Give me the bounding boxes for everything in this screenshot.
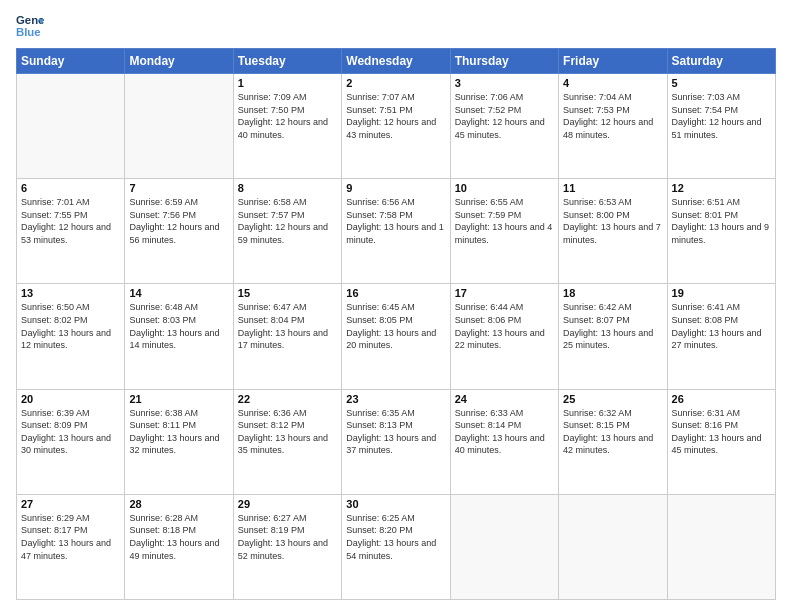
calendar-table: SundayMondayTuesdayWednesdayThursdayFrid… [16,48,776,600]
day-number: 19 [672,287,771,299]
day-number: 12 [672,182,771,194]
day-number: 10 [455,182,554,194]
day-info: Sunrise: 6:38 AM Sunset: 8:11 PM Dayligh… [129,407,228,457]
svg-text:Blue: Blue [16,26,41,38]
calendar-cell: 16Sunrise: 6:45 AM Sunset: 8:05 PM Dayli… [342,284,450,389]
day-info: Sunrise: 7:04 AM Sunset: 7:53 PM Dayligh… [563,91,662,141]
calendar-cell: 19Sunrise: 6:41 AM Sunset: 8:08 PM Dayli… [667,284,775,389]
day-number: 6 [21,182,120,194]
calendar-cell: 27Sunrise: 6:29 AM Sunset: 8:17 PM Dayli… [17,494,125,599]
calendar-cell [559,494,667,599]
day-info: Sunrise: 6:55 AM Sunset: 7:59 PM Dayligh… [455,196,554,246]
day-number: 1 [238,77,337,89]
day-number: 27 [21,498,120,510]
day-number: 22 [238,393,337,405]
day-info: Sunrise: 6:33 AM Sunset: 8:14 PM Dayligh… [455,407,554,457]
logo-icon: General Blue [16,12,44,40]
calendar-cell: 26Sunrise: 6:31 AM Sunset: 8:16 PM Dayli… [667,389,775,494]
day-info: Sunrise: 7:07 AM Sunset: 7:51 PM Dayligh… [346,91,445,141]
day-info: Sunrise: 6:28 AM Sunset: 8:18 PM Dayligh… [129,512,228,562]
calendar-week-row: 6Sunrise: 7:01 AM Sunset: 7:55 PM Daylig… [17,179,776,284]
day-info: Sunrise: 7:09 AM Sunset: 7:50 PM Dayligh… [238,91,337,141]
calendar-cell: 12Sunrise: 6:51 AM Sunset: 8:01 PM Dayli… [667,179,775,284]
calendar-cell: 25Sunrise: 6:32 AM Sunset: 8:15 PM Dayli… [559,389,667,494]
calendar-cell: 17Sunrise: 6:44 AM Sunset: 8:06 PM Dayli… [450,284,558,389]
day-info: Sunrise: 7:01 AM Sunset: 7:55 PM Dayligh… [21,196,120,246]
calendar-cell: 2Sunrise: 7:07 AM Sunset: 7:51 PM Daylig… [342,74,450,179]
day-number: 18 [563,287,662,299]
calendar-cell: 10Sunrise: 6:55 AM Sunset: 7:59 PM Dayli… [450,179,558,284]
calendar-cell: 5Sunrise: 7:03 AM Sunset: 7:54 PM Daylig… [667,74,775,179]
calendar-cell: 9Sunrise: 6:56 AM Sunset: 7:58 PM Daylig… [342,179,450,284]
weekday-header-row: SundayMondayTuesdayWednesdayThursdayFrid… [17,49,776,74]
calendar-cell: 23Sunrise: 6:35 AM Sunset: 8:13 PM Dayli… [342,389,450,494]
header: General Blue [16,12,776,40]
calendar-cell: 11Sunrise: 6:53 AM Sunset: 8:00 PM Dayli… [559,179,667,284]
weekday-header: Tuesday [233,49,341,74]
calendar-cell: 30Sunrise: 6:25 AM Sunset: 8:20 PM Dayli… [342,494,450,599]
day-number: 4 [563,77,662,89]
day-info: Sunrise: 6:53 AM Sunset: 8:00 PM Dayligh… [563,196,662,246]
calendar-cell: 22Sunrise: 6:36 AM Sunset: 8:12 PM Dayli… [233,389,341,494]
calendar-cell: 18Sunrise: 6:42 AM Sunset: 8:07 PM Dayli… [559,284,667,389]
day-info: Sunrise: 6:25 AM Sunset: 8:20 PM Dayligh… [346,512,445,562]
day-info: Sunrise: 7:03 AM Sunset: 7:54 PM Dayligh… [672,91,771,141]
day-number: 16 [346,287,445,299]
day-number: 26 [672,393,771,405]
day-info: Sunrise: 6:31 AM Sunset: 8:16 PM Dayligh… [672,407,771,457]
calendar-week-row: 1Sunrise: 7:09 AM Sunset: 7:50 PM Daylig… [17,74,776,179]
weekday-header: Sunday [17,49,125,74]
day-number: 15 [238,287,337,299]
calendar-cell: 7Sunrise: 6:59 AM Sunset: 7:56 PM Daylig… [125,179,233,284]
day-info: Sunrise: 6:58 AM Sunset: 7:57 PM Dayligh… [238,196,337,246]
day-info: Sunrise: 6:45 AM Sunset: 8:05 PM Dayligh… [346,301,445,351]
calendar-cell: 20Sunrise: 6:39 AM Sunset: 8:09 PM Dayli… [17,389,125,494]
calendar-week-row: 13Sunrise: 6:50 AM Sunset: 8:02 PM Dayli… [17,284,776,389]
day-number: 11 [563,182,662,194]
calendar-week-row: 27Sunrise: 6:29 AM Sunset: 8:17 PM Dayli… [17,494,776,599]
calendar-cell [125,74,233,179]
calendar-week-row: 20Sunrise: 6:39 AM Sunset: 8:09 PM Dayli… [17,389,776,494]
calendar-cell: 4Sunrise: 7:04 AM Sunset: 7:53 PM Daylig… [559,74,667,179]
day-info: Sunrise: 6:48 AM Sunset: 8:03 PM Dayligh… [129,301,228,351]
day-number: 29 [238,498,337,510]
weekday-header: Wednesday [342,49,450,74]
day-number: 24 [455,393,554,405]
calendar-cell: 13Sunrise: 6:50 AM Sunset: 8:02 PM Dayli… [17,284,125,389]
day-info: Sunrise: 7:06 AM Sunset: 7:52 PM Dayligh… [455,91,554,141]
day-number: 13 [21,287,120,299]
day-number: 9 [346,182,445,194]
day-number: 5 [672,77,771,89]
day-number: 20 [21,393,120,405]
day-info: Sunrise: 6:41 AM Sunset: 8:08 PM Dayligh… [672,301,771,351]
day-info: Sunrise: 6:35 AM Sunset: 8:13 PM Dayligh… [346,407,445,457]
day-number: 2 [346,77,445,89]
calendar-cell: 1Sunrise: 7:09 AM Sunset: 7:50 PM Daylig… [233,74,341,179]
calendar-cell: 28Sunrise: 6:28 AM Sunset: 8:18 PM Dayli… [125,494,233,599]
day-number: 8 [238,182,337,194]
calendar-cell: 6Sunrise: 7:01 AM Sunset: 7:55 PM Daylig… [17,179,125,284]
day-info: Sunrise: 6:42 AM Sunset: 8:07 PM Dayligh… [563,301,662,351]
day-number: 14 [129,287,228,299]
page: General Blue SundayMondayTuesdayWednesda… [0,0,792,612]
calendar-cell: 3Sunrise: 7:06 AM Sunset: 7:52 PM Daylig… [450,74,558,179]
day-info: Sunrise: 6:39 AM Sunset: 8:09 PM Dayligh… [21,407,120,457]
day-number: 30 [346,498,445,510]
calendar-cell [17,74,125,179]
calendar-cell: 29Sunrise: 6:27 AM Sunset: 8:19 PM Dayli… [233,494,341,599]
day-number: 28 [129,498,228,510]
calendar-cell: 8Sunrise: 6:58 AM Sunset: 7:57 PM Daylig… [233,179,341,284]
day-number: 7 [129,182,228,194]
day-info: Sunrise: 6:36 AM Sunset: 8:12 PM Dayligh… [238,407,337,457]
logo: General Blue [16,12,44,40]
day-number: 25 [563,393,662,405]
calendar-cell: 21Sunrise: 6:38 AM Sunset: 8:11 PM Dayli… [125,389,233,494]
calendar-cell: 14Sunrise: 6:48 AM Sunset: 8:03 PM Dayli… [125,284,233,389]
day-info: Sunrise: 6:59 AM Sunset: 7:56 PM Dayligh… [129,196,228,246]
weekday-header: Friday [559,49,667,74]
calendar-cell: 24Sunrise: 6:33 AM Sunset: 8:14 PM Dayli… [450,389,558,494]
weekday-header: Thursday [450,49,558,74]
calendar-cell: 15Sunrise: 6:47 AM Sunset: 8:04 PM Dayli… [233,284,341,389]
calendar-cell [450,494,558,599]
day-info: Sunrise: 6:27 AM Sunset: 8:19 PM Dayligh… [238,512,337,562]
